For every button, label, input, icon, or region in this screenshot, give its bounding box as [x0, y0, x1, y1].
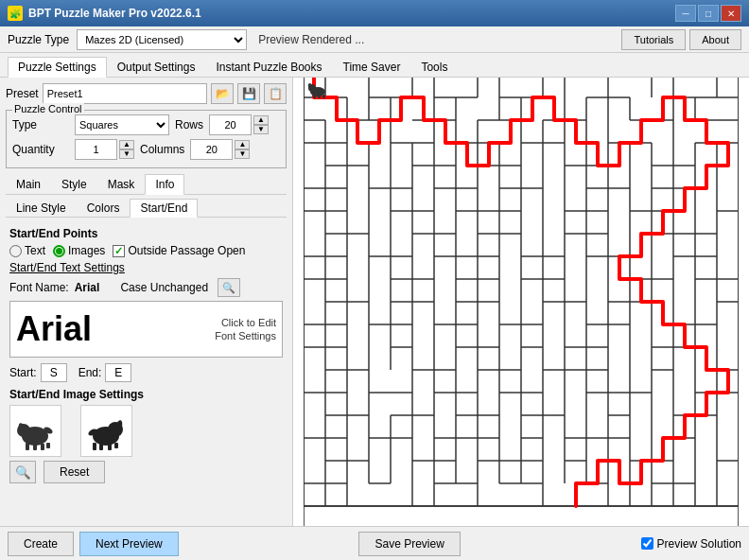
image-row [9, 405, 283, 457]
font-name-value: Arial [75, 281, 100, 294]
quantity-input[interactable] [75, 139, 117, 160]
start-image-placeholder[interactable] [9, 405, 61, 457]
about-button[interactable]: About [689, 29, 741, 50]
radio-row: Text Images ✓ Outside Passage Open [9, 244, 283, 257]
end-label: End: [78, 366, 102, 379]
tutorials-button[interactable]: Tutorials [621, 29, 686, 50]
tab-instant-puzzle-books[interactable]: Instant Puzzle Books [205, 57, 332, 77]
outside-checkbox-item[interactable]: ✓ Outside Passage Open [113, 244, 245, 257]
preset-input[interactable] [43, 83, 207, 104]
close-button[interactable]: ✕ [721, 5, 741, 22]
quantity-row: Quantity ▲ ▼ Columns ▲ ▼ [12, 139, 280, 160]
svg-rect-12 [99, 444, 103, 450]
svg-rect-14 [114, 443, 118, 448]
radio-images-item[interactable]: Images [53, 244, 105, 257]
quantity-spin-buttons: ▲ ▼ [119, 140, 134, 159]
window-controls: ─ □ ✕ [675, 5, 741, 22]
rows-input[interactable] [209, 114, 252, 135]
action-row: 🔍 Reset [9, 461, 283, 483]
case-label: Case Unchanged [120, 281, 208, 294]
font-settings-icon-button[interactable]: 🔍 [218, 278, 240, 297]
reset-button[interactable]: Reset [44, 461, 105, 483]
radio-images-label: Images [68, 244, 105, 257]
start-end-section: Start/End Points Text Images [6, 223, 287, 487]
tab-main[interactable]: Main [6, 174, 51, 194]
type-select[interactable]: Squares [75, 114, 169, 135]
preset-row: Preset 📂 💾 📋 [6, 83, 287, 104]
start-label: Start: [9, 366, 37, 379]
preview-solution-checkbox[interactable] [641, 537, 653, 550]
columns-field-label: Columns [140, 143, 184, 156]
bottom-bar: Create Next Preview Save Preview Preview… [0, 526, 749, 560]
preview-solution-checkbox-item[interactable]: Preview Solution [641, 537, 741, 551]
bottom-left-buttons: Create Next Preview [8, 532, 179, 556]
app-icon: 🧩 [8, 6, 23, 21]
maximize-button[interactable]: □ [698, 5, 719, 22]
end-dog-svg [85, 410, 128, 452]
tab-info[interactable]: Info [145, 174, 184, 195]
sub-tab-line-style[interactable]: Line Style [6, 199, 77, 217]
maze-container [304, 78, 739, 526]
tab-style[interactable]: Style [51, 174, 97, 194]
image-search-button[interactable]: 🔍 [9, 461, 36, 483]
save-preview-button[interactable]: Save Preview [358, 532, 460, 556]
menu-bar: Puzzle Type Mazes 2D (Licensed) Preview … [0, 26, 749, 53]
end-image-placeholder[interactable] [80, 405, 132, 457]
columns-input[interactable] [190, 139, 233, 160]
tab-tools[interactable]: Tools [410, 57, 458, 77]
rows-down-button[interactable]: ▼ [253, 125, 269, 134]
svg-rect-305 [322, 95, 325, 98]
rows-spinner: ▲ ▼ [209, 114, 269, 135]
tab-time-saver[interactable]: Time Saver [333, 57, 411, 77]
tab-output-settings[interactable]: Output Settings [107, 57, 206, 77]
end-value-input[interactable] [105, 363, 131, 382]
folder-icon-button[interactable]: 📂 [211, 83, 234, 104]
cols-up-button[interactable]: ▲ [235, 140, 250, 149]
rows-field-label: Rows [175, 118, 203, 131]
next-preview-button[interactable]: Next Preview [79, 532, 179, 556]
svg-rect-6 [46, 443, 50, 448]
qty-up-button[interactable]: ▲ [119, 140, 134, 149]
tab-mask[interactable]: Mask [97, 174, 146, 194]
puzzle-control-group: Puzzle Control Type Squares Rows ▲ ▼ [6, 110, 287, 168]
outside-checkmark: ✓ [114, 245, 123, 257]
minimize-button[interactable]: ─ [675, 5, 696, 22]
type-row: Type Squares Rows ▲ ▼ [12, 114, 280, 135]
font-edit-hint: Click to EditFont Settings [92, 316, 276, 343]
tab-puzzle-settings[interactable]: Puzzle Settings [8, 57, 107, 78]
startend-row: Start: End: [9, 363, 283, 382]
text-settings-link[interactable]: Start/End Text Settings [9, 261, 283, 274]
puzzle-control-label: Puzzle Control [12, 103, 84, 114]
font-name-label: Font Name: [9, 281, 69, 294]
save-as-icon-button[interactable]: 📋 [264, 83, 287, 104]
font-row: Font Name: Arial Case Unchanged 🔍 [9, 278, 283, 297]
type-field-label: Type [12, 118, 69, 131]
svg-rect-304 [318, 95, 321, 98]
font-preview-box[interactable]: Arial Click to EditFont Settings [9, 301, 283, 358]
svg-rect-5 [41, 444, 44, 450]
sub-tab-start-end[interactable]: Start/End [130, 199, 198, 218]
columns-spin-buttons: ▲ ▼ [235, 140, 250, 159]
start-dog-svg [14, 410, 57, 452]
svg-rect-303 [313, 95, 316, 98]
qty-down-button[interactable]: ▼ [119, 149, 134, 159]
outside-label: Outside Passage Open [128, 244, 245, 257]
radio-text-item[interactable]: Text [9, 244, 45, 257]
sub-tab-colors[interactable]: Colors [77, 199, 131, 217]
radio-images-circle [53, 245, 65, 257]
start-value-input[interactable] [41, 363, 67, 382]
outside-checkbox: ✓ [113, 245, 125, 257]
maze-svg [304, 78, 739, 526]
quantity-field-label: Quantity [12, 143, 69, 156]
svg-rect-11 [93, 443, 96, 450]
columns-spinner: ▲ ▼ [190, 139, 250, 160]
main-tabs: Puzzle Settings Output Settings Instant … [0, 53, 749, 78]
cols-down-button[interactable]: ▼ [235, 149, 250, 159]
quantity-spinner: ▲ ▼ [75, 139, 134, 160]
svg-rect-3 [26, 443, 29, 450]
save-icon-button[interactable]: 💾 [237, 83, 260, 104]
rows-up-button[interactable]: ▲ [253, 115, 269, 125]
create-button[interactable]: Create [8, 532, 74, 556]
rows-spin-buttons: ▲ ▼ [253, 115, 269, 134]
puzzle-type-select[interactable]: Mazes 2D (Licensed) [77, 29, 247, 50]
